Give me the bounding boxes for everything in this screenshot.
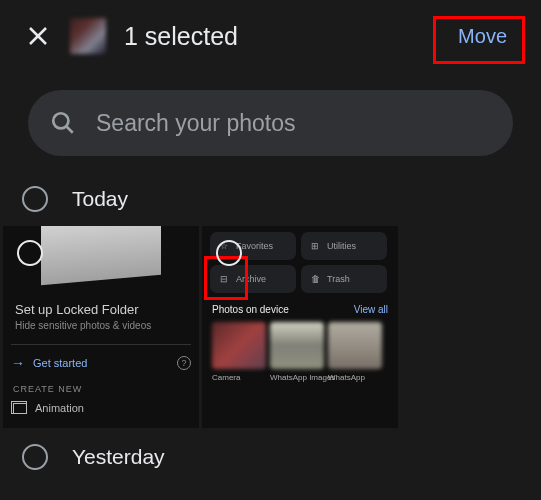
utilities-icon: ⊞ <box>309 240 321 252</box>
thumb-whatsapp[interactable]: WhatsApp <box>328 322 382 382</box>
select-all-yesterday[interactable] <box>22 444 48 470</box>
selection-count: 1 selected <box>124 22 448 51</box>
thumb-image <box>270 322 324 369</box>
arrow-right-icon: → <box>11 355 25 371</box>
archive-icon: ⊟ <box>218 273 230 285</box>
archive-button[interactable]: ⊟ Archive <box>210 265 296 293</box>
svg-point-2 <box>53 113 68 128</box>
folder-graphic <box>41 226 161 285</box>
section-today-title: Today <box>72 187 128 211</box>
today-grid: Set up Locked Folder Hide sensitive phot… <box>0 226 541 428</box>
create-new-label: CREATE NEW <box>13 384 82 394</box>
photo-card-library[interactable]: ☆ Favorites ⊞ Utilities ⊟ Archive 🗑 Tras… <box>202 226 398 428</box>
thumb-image <box>328 322 382 369</box>
search-placeholder: Search your photos <box>96 110 295 137</box>
locked-folder-subtitle: Hide sensitive photos & videos <box>15 320 151 331</box>
search-input[interactable]: Search your photos <box>28 90 513 156</box>
photo-select-ring[interactable] <box>17 240 43 266</box>
move-button[interactable]: Move <box>458 25 507 48</box>
section-yesterday-title: Yesterday <box>72 445 165 469</box>
locked-folder-title: Set up Locked Folder <box>15 302 139 317</box>
animation-item[interactable]: Animation <box>13 402 84 414</box>
device-thumbs: Camera WhatsApp Images WhatsApp <box>212 322 382 382</box>
selected-thumbnail <box>70 18 106 54</box>
photos-on-device-label: Photos on device <box>212 304 289 315</box>
trash-icon: 🗑 <box>309 273 321 285</box>
animation-icon <box>13 403 27 414</box>
close-icon[interactable] <box>24 22 52 50</box>
view-all-link[interactable]: View all <box>354 304 388 315</box>
thumb-whatsapp-images[interactable]: WhatsApp Images <box>270 322 324 382</box>
svg-line-3 <box>66 126 73 133</box>
get-started-row: → Get started ? <box>11 344 191 371</box>
get-started-link[interactable]: Get started <box>33 357 177 369</box>
thumb-camera[interactable]: Camera <box>212 322 266 382</box>
utilities-button[interactable]: ⊞ Utilities <box>301 232 387 260</box>
select-all-today[interactable] <box>22 186 48 212</box>
search-icon <box>50 110 76 136</box>
thumb-image <box>212 322 266 369</box>
photo-select-ring[interactable] <box>216 240 242 266</box>
selection-header: 1 selected Move <box>0 0 541 72</box>
help-icon[interactable]: ? <box>177 356 191 370</box>
section-yesterday-header[interactable]: Yesterday <box>0 428 541 484</box>
section-today-header[interactable]: Today <box>0 180 541 226</box>
trash-button[interactable]: 🗑 Trash <box>301 265 387 293</box>
photo-card-locked-folder[interactable]: Set up Locked Folder Hide sensitive phot… <box>3 226 199 428</box>
photos-on-device-header: Photos on device View all <box>212 304 388 315</box>
